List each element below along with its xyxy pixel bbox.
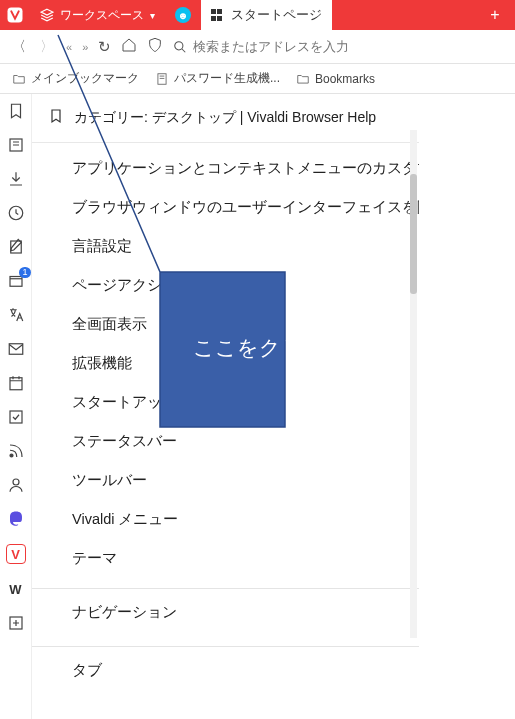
- chevron-down-icon: ▾: [150, 10, 155, 21]
- forward-button[interactable]: 〉: [38, 38, 56, 56]
- tasks-panel-icon[interactable]: [7, 408, 25, 426]
- new-tab-button[interactable]: +: [475, 0, 515, 30]
- svg-point-11: [13, 479, 19, 485]
- bookmarks-panel-icon[interactable]: [7, 102, 25, 120]
- address-bar: 〈 〉 « » ↻: [0, 30, 515, 64]
- history-panel-icon[interactable]: [7, 204, 25, 222]
- side-panel: V W: [0, 94, 32, 719]
- home-button[interactable]: [121, 37, 137, 57]
- rewind-button[interactable]: «: [66, 41, 72, 53]
- scrollbar[interactable]: [410, 130, 417, 638]
- back-button[interactable]: 〈: [10, 38, 28, 56]
- notes-panel-icon[interactable]: [7, 238, 25, 256]
- svg-point-1: [175, 41, 183, 49]
- panel-title: カテゴリー: デスクトップ | Vivaldi Browser Help: [74, 109, 435, 127]
- bookmark-label: パスワード生成機...: [174, 70, 280, 87]
- svg-rect-8: [10, 378, 22, 390]
- accordion-label: ナビゲーション: [72, 603, 177, 622]
- windows-panel-icon[interactable]: [7, 272, 25, 290]
- accordion-label: タブ: [72, 661, 102, 680]
- mail-panel-icon[interactable]: [7, 340, 25, 358]
- bookmark-outline-icon: [48, 108, 64, 128]
- bookmark-folder[interactable]: Bookmarks: [296, 72, 375, 86]
- reload-button[interactable]: ↻: [98, 38, 111, 56]
- search-icon: [173, 40, 187, 54]
- mastodon-panel-icon[interactable]: [7, 510, 25, 528]
- workspace-selector[interactable]: ワークスペース ▾: [30, 0, 165, 30]
- svg-rect-9: [10, 411, 22, 423]
- vivaldi-menu-button[interactable]: [0, 0, 30, 30]
- tab-bar: ワークスペース ▾ ☻ スタートページ +: [0, 0, 515, 30]
- feeds-panel-icon[interactable]: [7, 442, 25, 460]
- tab-label: スタートページ: [231, 6, 322, 24]
- add-panel-button[interactable]: [7, 614, 25, 632]
- bookmark-main[interactable]: メインブックマーク: [12, 70, 139, 87]
- calendar-panel-icon[interactable]: [7, 374, 25, 392]
- speed-dial-icon: [211, 9, 223, 21]
- address-input[interactable]: [193, 39, 505, 54]
- wikipedia-panel-icon[interactable]: W: [7, 580, 25, 598]
- shield-icon[interactable]: [147, 37, 163, 57]
- contacts-panel-icon[interactable]: [7, 476, 25, 494]
- bookmark-bar: メインブックマーク パスワード生成機... Bookmarks: [0, 64, 515, 94]
- right-margin: [419, 94, 515, 719]
- fastforward-button[interactable]: »: [82, 41, 88, 53]
- bookmark-label: Bookmarks: [315, 72, 375, 86]
- vivaldi-panel-icon[interactable]: V: [6, 544, 26, 564]
- address-field[interactable]: [173, 39, 505, 54]
- scrollbar-thumb[interactable]: [410, 174, 417, 294]
- svg-rect-6: [10, 277, 22, 287]
- bookmark-label: メインブックマーク: [31, 70, 139, 87]
- reading-list-panel-icon[interactable]: [7, 136, 25, 154]
- svg-point-10: [10, 454, 13, 457]
- tab-favicon-icon: ☻: [175, 7, 191, 23]
- tab-thumbnail[interactable]: ☻: [165, 0, 201, 30]
- tabbar-spacer: [332, 0, 475, 30]
- translate-panel-icon[interactable]: [7, 306, 25, 324]
- bookmark-pwgen[interactable]: パスワード生成機...: [155, 70, 280, 87]
- workspace-label: ワークスペース: [60, 7, 144, 24]
- downloads-panel-icon[interactable]: [7, 170, 25, 188]
- tab-startpage[interactable]: スタートページ: [201, 0, 332, 30]
- svg-rect-2: [158, 73, 166, 84]
